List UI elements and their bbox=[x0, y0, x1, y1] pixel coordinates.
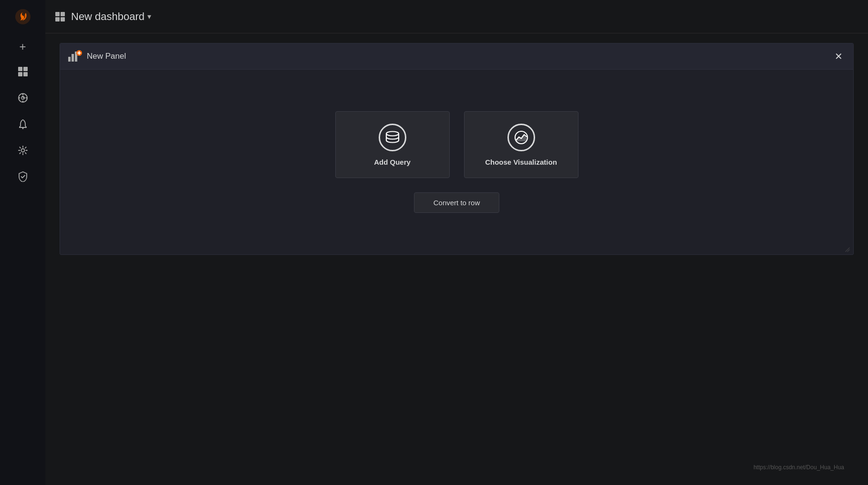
svg-rect-16 bbox=[55, 17, 60, 21]
bell-icon bbox=[18, 119, 28, 132]
svg-marker-10 bbox=[22, 95, 23, 98]
svg-rect-3 bbox=[23, 72, 28, 76]
svg-marker-11 bbox=[23, 97, 26, 98]
dashboard-grid-icon bbox=[55, 11, 65, 22]
choose-viz-icon bbox=[507, 124, 535, 151]
compass-icon bbox=[18, 93, 28, 106]
main-content: New dashboard ▾ N bbox=[45, 0, 868, 485]
svg-rect-15 bbox=[61, 12, 65, 16]
svg-rect-19 bbox=[72, 54, 74, 62]
sidebar-item-explore[interactable] bbox=[0, 86, 45, 112]
svg-point-12 bbox=[22, 127, 23, 129]
panel-cards-row: Add Query Choose Visualization bbox=[335, 111, 579, 178]
panel-title: New Panel bbox=[87, 52, 831, 61]
choose-viz-label: Choose Visualization bbox=[485, 158, 557, 166]
svg-point-24 bbox=[386, 131, 399, 136]
add-query-label: Add Query bbox=[374, 158, 411, 166]
svg-point-13 bbox=[21, 148, 24, 152]
dashboards-icon bbox=[18, 66, 28, 80]
sidebar: + bbox=[0, 0, 45, 485]
shield-icon bbox=[18, 171, 28, 185]
choose-visualization-card[interactable]: Choose Visualization bbox=[464, 111, 579, 178]
panel-body: Add Query Choose Visualization bbox=[60, 70, 853, 254]
footer-area: https://blog.csdn.net/Dou_Hua_Hua bbox=[60, 255, 854, 475]
footer-link: https://blog.csdn.net/Dou_Hua_Hua bbox=[754, 464, 844, 471]
dashboard-dropdown[interactable]: ▾ bbox=[147, 12, 151, 21]
gear-icon bbox=[18, 145, 28, 158]
svg-rect-0 bbox=[18, 67, 22, 71]
svg-rect-14 bbox=[55, 12, 60, 16]
convert-to-row-button[interactable]: Convert to row bbox=[414, 192, 500, 213]
sidebar-item-settings[interactable] bbox=[0, 138, 45, 165]
svg-rect-17 bbox=[61, 17, 65, 21]
sidebar-item-add[interactable]: + bbox=[0, 33, 45, 60]
panel-add-icon bbox=[68, 50, 82, 63]
header: New dashboard ▾ bbox=[45, 0, 868, 33]
plus-icon: + bbox=[19, 41, 26, 53]
svg-rect-1 bbox=[23, 67, 28, 71]
panel-close-button[interactable]: ✕ bbox=[831, 49, 846, 63]
sidebar-item-shield[interactable] bbox=[0, 165, 45, 191]
page-title: New dashboard bbox=[71, 11, 145, 23]
panel-header: New Panel ✕ bbox=[60, 43, 853, 70]
sidebar-item-dashboards[interactable] bbox=[0, 60, 45, 86]
grafana-logo[interactable] bbox=[0, 0, 45, 33]
add-query-card[interactable]: Add Query bbox=[335, 111, 450, 178]
svg-rect-2 bbox=[18, 72, 22, 76]
panel-wrapper: New Panel ✕ bbox=[45, 33, 868, 485]
add-query-icon bbox=[379, 124, 406, 151]
resize-handle[interactable] bbox=[845, 246, 850, 252]
svg-rect-18 bbox=[68, 57, 71, 62]
sidebar-item-alerting[interactable] bbox=[0, 112, 45, 138]
new-panel-container: New Panel ✕ bbox=[60, 43, 854, 255]
